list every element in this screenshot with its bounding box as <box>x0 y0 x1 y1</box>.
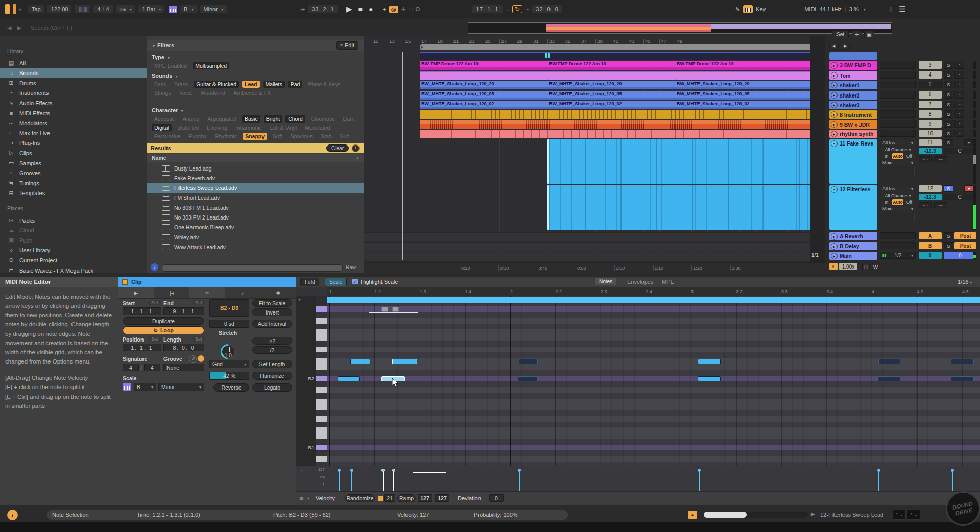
height-zoom-button[interactable]: H <box>862 263 870 270</box>
channel-select[interactable]: All Channe▾ <box>881 147 915 153</box>
clip-loop-bar[interactable] <box>327 297 980 303</box>
rhythm-synth-clip[interactable] <box>547 130 675 138</box>
filter-tag-strings[interactable]: Strings <box>152 89 174 96</box>
ghost-note[interactable] <box>381 307 388 312</box>
filter-tag-basic[interactable]: Basic <box>242 115 260 123</box>
output-select[interactable]: Main▾ <box>881 160 915 166</box>
invert-button[interactable]: Invert <box>252 308 292 316</box>
filter-tag-digital[interactable]: Digital <box>152 124 172 131</box>
add-interval-button[interactable]: Add Interval <box>252 320 292 328</box>
drone-clip[interactable]: BW FMP Drone 122 Am 10 <box>675 61 810 70</box>
piano-key[interactable] <box>316 306 327 312</box>
computer-midi-keyboard-icon[interactable] <box>743 5 753 13</box>
piano-key[interactable] <box>316 335 327 341</box>
track-name-rhythm-synth[interactable]: ▶rhythm synth <box>829 130 877 138</box>
pan-field[interactable]: C <box>944 148 975 154</box>
result-item-no-303-fm-1-lead-adv[interactable]: No 303 FM 1 Lead.adv <box>147 203 364 212</box>
rhythm-synth-clip[interactable] <box>675 130 810 138</box>
clip-thumbnail-icon[interactable] <box>907 510 920 520</box>
randomize-button[interactable]: Randomize <box>345 494 375 502</box>
track-io-box[interactable] <box>880 81 916 88</box>
play-icon[interactable]: ▶ <box>831 111 838 118</box>
sidebar-item-all[interactable]: ▤All <box>0 58 147 68</box>
volume-field[interactable]: -12.3 <box>919 194 942 200</box>
length-set-button[interactable]: Set <box>192 336 205 342</box>
clear-filters-button[interactable]: Clear <box>326 144 349 152</box>
filter-tag-arpeggiated[interactable]: Arpeggiated <box>205 115 239 123</box>
solo-button[interactable]: S <box>944 139 953 146</box>
piano-key[interactable] <box>316 456 327 462</box>
follow-button[interactable]: ↦ <box>300 6 305 13</box>
tab-notes[interactable]: Notes <box>595 278 616 285</box>
shaker1-clip[interactable]: BW_MHTE_Shaker_Loop_120_20 <box>420 81 547 89</box>
sidebar-item-max-for-live[interactable]: ⊂Max for Live <box>0 128 147 138</box>
velocity-marker[interactable] <box>338 469 341 472</box>
fold-arrow-icon[interactable]: ◂ <box>298 297 300 302</box>
tempo-field[interactable]: 122.00 <box>47 5 72 13</box>
filter-tag-stab[interactable]: Stab <box>318 133 334 140</box>
tab-envelopes[interactable]: Envelopes <box>627 279 653 285</box>
legato-button[interactable]: Legato <box>252 383 292 392</box>
prev-track-icon[interactable]: ◀ <box>829 43 839 50</box>
search-input[interactable]: Search (Ctrl + F) <box>31 25 73 31</box>
result-item-wow-attack-lead-adv[interactable]: Wow Attack Lead.adv <box>147 242 364 252</box>
piano-key[interactable] <box>316 387 327 393</box>
metronome-button[interactable]: ○●▾ <box>116 5 135 13</box>
end-set-button[interactable]: Set <box>192 300 205 305</box>
track-name-11-fake-reve[interactable]: ▾11 Fake Reve <box>829 139 877 184</box>
track-name-3-bw-fmp-d[interactable]: ▶3 BW FMP D <box>829 61 877 70</box>
drone-clip[interactable]: BW FMP Drone 122 Am 10 <box>547 61 675 70</box>
groove-apply-icon[interactable]: → <box>198 355 204 362</box>
tab-notes-tools[interactable]: ≌ <box>189 287 225 298</box>
set-length-button[interactable]: Set Length <box>252 360 292 368</box>
track-name-shaker2[interactable]: ▶shaker2 <box>829 91 877 100</box>
shaker3-clip[interactable]: BW_MHTE_Shaker_Loop_120_02 <box>675 101 810 109</box>
clip-panel-header[interactable]: Clip <box>118 277 296 287</box>
velocity-stem[interactable] <box>383 470 384 491</box>
midi-map-button[interactable]: MIDI <box>804 6 816 12</box>
capture-midi-button[interactable]: ✚ <box>401 6 406 13</box>
piano-key[interactable] <box>316 445 327 450</box>
name-column-header[interactable]: Name <box>152 155 166 161</box>
filter-tag-acoustic[interactable]: Acoustic <box>152 115 177 123</box>
scale-icon[interactable] <box>123 383 131 391</box>
piano-key[interactable] <box>316 358 327 364</box>
filter-tag-bass[interactable]: Bass <box>152 81 169 88</box>
duplicate-button[interactable]: Duplicate <box>123 317 204 325</box>
piano-key[interactable] <box>316 312 327 318</box>
monitor-switch[interactable]: InAutoOff <box>881 153 915 159</box>
bw-jdr-clip[interactable] <box>547 120 675 129</box>
sidebar-item-audio-effects[interactable]: ∿Audio Effects <box>0 98 147 108</box>
pan-field[interactable]: C <box>944 194 975 200</box>
velocity-marker[interactable] <box>698 469 701 472</box>
lane-grid-icon[interactable]: ▦ <box>299 494 304 502</box>
piano-key[interactable] <box>316 410 327 416</box>
sample-display[interactable] <box>881 213 915 222</box>
filter-tag-percussive[interactable]: Percussive <box>152 133 183 140</box>
track-activator[interactable]: 7 <box>919 101 942 108</box>
new-button[interactable]: + <box>382 6 386 13</box>
filter-tag-sub[interactable]: Sub <box>338 133 352 140</box>
next-track-icon[interactable]: ▶ <box>841 43 850 50</box>
tab-expression[interactable]: ♪ <box>225 287 261 298</box>
editor-scrollbar[interactable] <box>704 512 808 518</box>
midi-note[interactable] <box>518 376 538 381</box>
filter-tag-brass[interactable]: Brass <box>172 81 190 88</box>
midi-note[interactable] <box>877 376 900 381</box>
track-io-box[interactable] <box>880 91 916 99</box>
piano-key[interactable] <box>316 427 327 433</box>
instrument-clip[interactable] <box>547 110 675 119</box>
play-icon[interactable]: ▶ <box>831 82 838 88</box>
tab-settings[interactable]: ✱ <box>260 287 296 298</box>
filter-tag-pad[interactable]: Pad <box>288 81 303 88</box>
filter-tag-lead[interactable]: Lead <box>242 81 260 88</box>
main-lane[interactable] <box>364 252 810 260</box>
pitch-range-display[interactable]: B2 - D3 <box>209 299 249 317</box>
sidebar-item-instruments[interactable]: ◔Instruments <box>0 88 147 98</box>
midi-note[interactable] <box>698 376 721 381</box>
grid-size-label[interactable]: 1/1 <box>811 252 819 258</box>
playback-speed-field[interactable]: 1.00x <box>839 263 857 270</box>
current-clip-label[interactable]: 12-Filterless Sweep Lead <box>820 512 883 518</box>
piano-key[interactable] <box>316 347 327 352</box>
tom-clip[interactable] <box>547 71 675 80</box>
